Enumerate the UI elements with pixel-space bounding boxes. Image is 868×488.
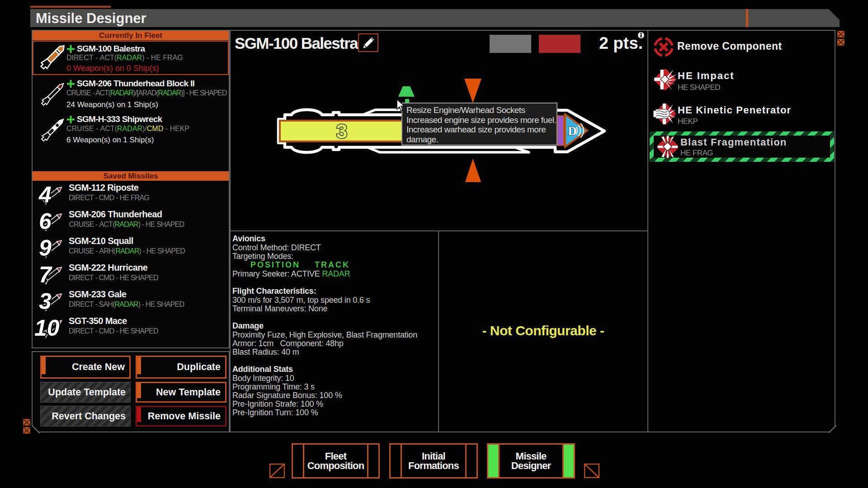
svg-text:D: D	[568, 124, 577, 138]
svg-text:3: 3	[336, 120, 347, 142]
